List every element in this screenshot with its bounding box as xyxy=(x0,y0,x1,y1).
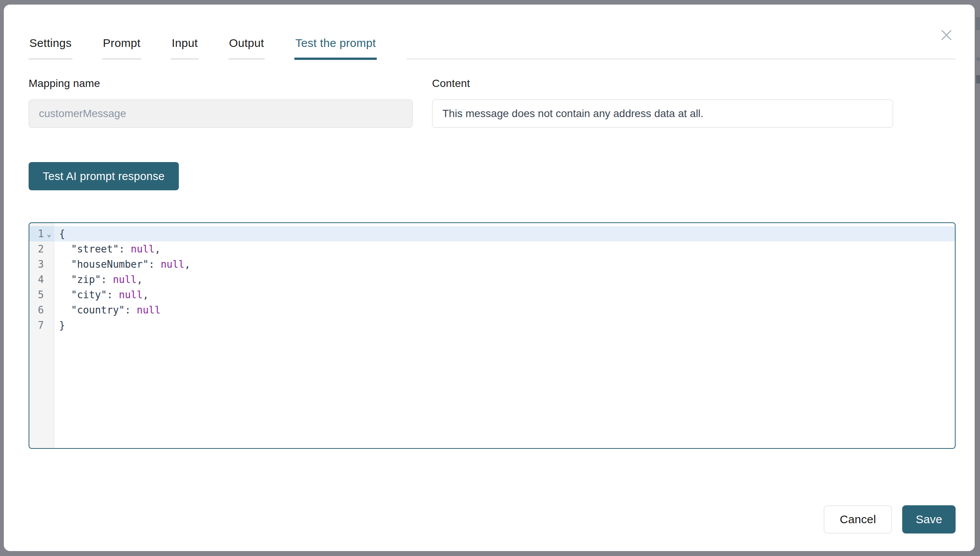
mapping-dialog: SettingsPromptInputOutputTest the prompt… xyxy=(4,5,975,551)
code-line: "street": null, xyxy=(54,241,955,257)
code-token-p: , xyxy=(137,274,143,285)
tab-bar: SettingsPromptInputOutputTest the prompt xyxy=(29,37,956,60)
mapping-name-field: Mapping name xyxy=(29,78,413,128)
line-number: 5 xyxy=(29,287,44,302)
code-token-p: , xyxy=(155,243,161,255)
editor-line: 4 "zip": null, xyxy=(29,272,955,287)
fold-spacer xyxy=(44,318,54,333)
code-line: "zip": null, xyxy=(54,272,955,287)
code-token-p: : xyxy=(125,304,137,316)
content-label: Content xyxy=(432,78,893,90)
code-token-atom: null xyxy=(137,304,161,316)
line-number: 1 xyxy=(29,226,44,241)
line-gutter: 6 xyxy=(29,302,54,318)
fold-spacer xyxy=(44,257,54,272)
code-token-key: "zip" xyxy=(59,274,101,285)
code-line: "houseNumber": null, xyxy=(54,257,955,272)
line-number: 3 xyxy=(29,257,44,272)
tab-input[interactable]: Input xyxy=(171,37,198,60)
test-ai-prompt-button[interactable]: Test AI prompt response xyxy=(29,162,179,190)
editor-line: 2 "street": null, xyxy=(29,241,955,257)
fold-spacer xyxy=(44,287,54,302)
code-token-p: , xyxy=(143,289,149,301)
backdrop: { "modal": { "tabs": [ {"label": "Settin… xyxy=(0,0,980,556)
code-token-key: "city" xyxy=(59,289,107,301)
code-token-key: "street" xyxy=(59,243,119,255)
mapping-name-label: Mapping name xyxy=(29,78,413,90)
form-row: Mapping name Content xyxy=(29,78,956,128)
fold-spacer xyxy=(44,241,54,257)
code-token-p: : xyxy=(101,274,113,285)
line-number: 7 xyxy=(29,318,44,333)
tab-test-the-prompt[interactable]: Test the prompt xyxy=(294,37,376,60)
editor-line: 7} xyxy=(29,318,955,333)
editor-lines: 1⌄{2 "street": null,3 "houseNumber": nul… xyxy=(29,226,955,333)
code-token-atom: null xyxy=(113,274,137,285)
code-token-key: "country" xyxy=(59,304,125,316)
code-token-p: } xyxy=(59,320,65,331)
json-editor[interactable]: 1⌄{2 "street": null,3 "houseNumber": nul… xyxy=(29,222,956,449)
background-page-fragment xyxy=(976,75,980,84)
code-line: "city": null, xyxy=(54,287,955,302)
background-page-fragment xyxy=(976,17,980,30)
tab-bar-rule xyxy=(407,56,956,60)
line-number: 6 xyxy=(29,302,44,318)
dialog-footer: Cancel Save xyxy=(29,505,956,533)
content-field: Content xyxy=(432,78,893,128)
background-page-fragment xyxy=(977,57,980,61)
line-gutter: 3 xyxy=(29,257,54,272)
close-button[interactable] xyxy=(937,26,956,44)
tab-prompt[interactable]: Prompt xyxy=(102,37,142,60)
code-token-p: : xyxy=(119,243,131,255)
line-gutter: 5 xyxy=(29,287,54,302)
code-token-p: : xyxy=(149,259,161,270)
line-number: 2 xyxy=(29,241,44,257)
mapping-name-input[interactable] xyxy=(29,100,413,128)
tab-output[interactable]: Output xyxy=(228,37,265,60)
editor-line: 5 "city": null, xyxy=(29,287,955,302)
tab-settings[interactable]: Settings xyxy=(29,37,73,60)
code-token-key: "houseNumber" xyxy=(59,259,149,270)
code-token-p: { xyxy=(59,228,65,239)
code-token-p: : xyxy=(107,289,119,301)
line-gutter: 7 xyxy=(29,318,54,333)
code-token-atom: null xyxy=(131,243,155,255)
editor-line: 1⌄{ xyxy=(29,226,955,241)
editor-line: 3 "houseNumber": null, xyxy=(29,257,955,272)
fold-chevron-icon[interactable]: ⌄ xyxy=(44,226,54,241)
content-input[interactable] xyxy=(432,100,893,128)
close-icon xyxy=(939,27,954,43)
line-gutter: 4 xyxy=(29,272,54,287)
code-line: "country": null xyxy=(54,302,955,318)
save-button[interactable]: Save xyxy=(902,505,956,533)
cancel-button[interactable]: Cancel xyxy=(823,505,892,533)
line-gutter: 1⌄ xyxy=(29,226,54,241)
editor-line: 6 "country": null xyxy=(29,302,955,318)
line-number: 4 xyxy=(29,272,44,287)
code-token-atom: null xyxy=(161,259,184,270)
code-line: } xyxy=(54,318,955,333)
fold-spacer xyxy=(44,302,54,318)
code-line: { xyxy=(54,226,955,241)
line-gutter: 2 xyxy=(29,241,54,257)
fold-spacer xyxy=(44,272,54,287)
code-token-p: , xyxy=(184,259,191,270)
code-token-atom: null xyxy=(119,289,143,301)
